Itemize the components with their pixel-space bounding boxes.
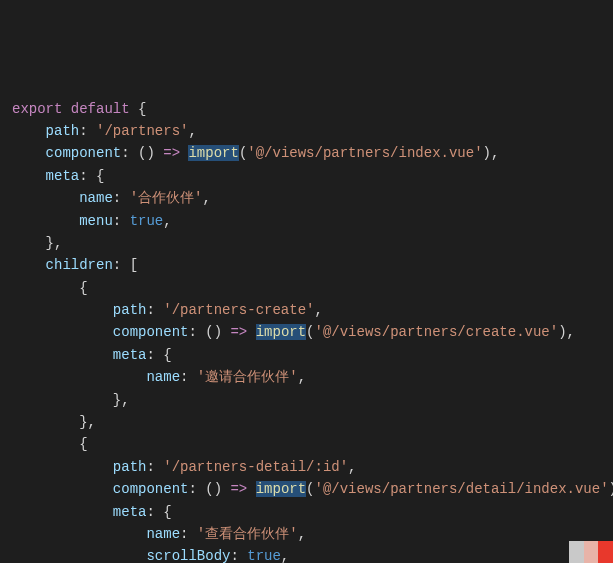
token-text (12, 257, 46, 273)
token-punc: : (113, 190, 130, 206)
code-line[interactable]: path: '/partners', (12, 120, 601, 142)
token-punc: , (202, 190, 210, 206)
token-punc: , (348, 459, 356, 475)
code-editor[interactable]: export default { path: '/partners', comp… (12, 98, 601, 563)
code-line[interactable]: name: '邀请合作伙伴', (12, 366, 601, 388)
token-text (12, 504, 113, 520)
code-line[interactable]: component: () => import('@/views/partner… (12, 321, 601, 343)
code-line[interactable]: path: '/partners-detail/:id', (12, 456, 601, 478)
token-punc: : (113, 213, 130, 229)
code-line[interactable]: children: [ (12, 254, 601, 276)
code-line[interactable]: meta: { (12, 165, 601, 187)
token-kw: => (230, 481, 247, 497)
token-key: component (113, 324, 189, 340)
token-punc: , (298, 526, 306, 542)
token-key: meta (113, 347, 147, 363)
token-punc: : { (146, 504, 171, 520)
code-line[interactable]: scrollBody: true, (12, 545, 601, 563)
code-line[interactable]: menu: true, (12, 210, 601, 232)
token-punc: : { (146, 347, 171, 363)
token-str: '邀请合作伙伴' (197, 369, 298, 385)
token-key: component (113, 481, 189, 497)
token-key: name (146, 526, 180, 542)
code-line[interactable]: { (12, 433, 601, 455)
code-line[interactable]: name: '查看合作伙伴', (12, 523, 601, 545)
code-line[interactable]: component: () => import('@/views/partner… (12, 142, 601, 164)
token-text (12, 481, 113, 497)
token-punc: ), (558, 324, 575, 340)
code-line[interactable]: meta: { (12, 344, 601, 366)
code-line[interactable]: component: () => import('@/views/partner… (12, 478, 601, 500)
token-punc: ), (483, 145, 500, 161)
token-sel: import (188, 145, 238, 161)
token-text (12, 526, 146, 542)
token-text (12, 123, 46, 139)
token-key: path (113, 302, 147, 318)
token-key: name (79, 190, 113, 206)
token-kw: => (163, 145, 180, 161)
code-line[interactable]: meta: { (12, 501, 601, 523)
token-text (12, 347, 113, 363)
token-punc: : { (79, 168, 104, 184)
token-punc: { (12, 280, 88, 296)
token-punc: : (146, 302, 163, 318)
token-sel: import (256, 324, 306, 340)
token-punc: , (163, 213, 171, 229)
token-bool: true (247, 548, 281, 563)
token-punc: : () (188, 481, 230, 497)
token-punc: ), (609, 481, 613, 497)
code-line[interactable]: }, (12, 232, 601, 254)
token-text (12, 168, 46, 184)
code-line[interactable]: { (12, 277, 601, 299)
token-punc: : (146, 459, 163, 475)
token-punc: : [ (113, 257, 138, 273)
token-str: '/partners-detail/:id' (163, 459, 348, 475)
token-text (12, 213, 79, 229)
token-text (12, 548, 146, 563)
token-key: path (46, 123, 80, 139)
token-str: '/partners-create' (163, 302, 314, 318)
code-line[interactable]: }, (12, 411, 601, 433)
token-sel: import (256, 481, 306, 497)
code-line[interactable]: name: '合作伙伴', (12, 187, 601, 209)
token-punc: }, (12, 235, 62, 251)
token-key: meta (113, 504, 147, 520)
token-punc: , (281, 548, 289, 563)
token-str: '/partners' (96, 123, 188, 139)
token-key: children (46, 257, 113, 273)
token-punc: : (79, 123, 96, 139)
token-key: path (113, 459, 147, 475)
token-str: '查看合作伙伴' (197, 526, 298, 542)
token-key: name (146, 369, 180, 385)
token-text (12, 459, 113, 475)
token-kw: export (12, 101, 71, 117)
code-line[interactable]: }, (12, 389, 601, 411)
code-line[interactable]: export default { (12, 98, 601, 120)
token-punc: { (12, 436, 88, 452)
token-text (12, 145, 46, 161)
token-kw: default (71, 101, 138, 117)
token-punc: ( (306, 324, 314, 340)
token-punc: ( (306, 481, 314, 497)
token-text (247, 324, 255, 340)
token-punc: { (138, 101, 146, 117)
token-bool: true (130, 213, 164, 229)
token-text (12, 190, 79, 206)
token-key: menu (79, 213, 113, 229)
token-text (12, 369, 146, 385)
token-punc: : () (121, 145, 163, 161)
token-punc: , (298, 369, 306, 385)
token-punc: , (314, 302, 322, 318)
token-str: '@/views/partners/detail/index.vue' (315, 481, 609, 497)
token-text (12, 302, 113, 318)
token-str: '@/views/partners/create.vue' (315, 324, 559, 340)
code-line[interactable]: path: '/partners-create', (12, 299, 601, 321)
token-str: '合作伙伴' (130, 190, 203, 206)
token-punc: : (180, 369, 197, 385)
token-kw: => (230, 324, 247, 340)
token-punc: : (230, 548, 247, 563)
token-punc: }, (12, 392, 130, 408)
pixelated-corner (569, 541, 613, 563)
token-text (12, 324, 113, 340)
token-punc: : (180, 526, 197, 542)
